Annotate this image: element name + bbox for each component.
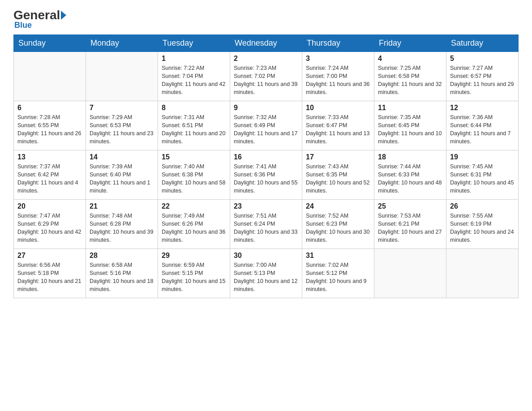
day-number: 25 bbox=[378, 202, 442, 210]
day-info: Sunrise: 7:00 AMSunset: 5:13 PMDaylight:… bbox=[234, 261, 298, 294]
day-info: Sunrise: 7:41 AMSunset: 6:36 PMDaylight:… bbox=[234, 163, 298, 195]
calendar-header-thursday: Thursday bbox=[302, 35, 374, 52]
calendar-cell: 11Sunrise: 7:35 AMSunset: 6:45 PMDayligh… bbox=[374, 101, 446, 150]
day-info: Sunrise: 7:40 AMSunset: 6:38 PMDaylight:… bbox=[162, 163, 226, 195]
day-number: 1 bbox=[162, 55, 226, 63]
day-info: Sunrise: 7:44 AMSunset: 6:33 PMDaylight:… bbox=[378, 163, 442, 195]
calendar-cell: 22Sunrise: 7:49 AMSunset: 6:26 PMDayligh… bbox=[158, 200, 230, 249]
logo: General Blue bbox=[13, 9, 67, 30]
day-number: 28 bbox=[90, 252, 154, 260]
calendar-cell: 23Sunrise: 7:51 AMSunset: 6:24 PMDayligh… bbox=[230, 200, 302, 249]
calendar-cell: 10Sunrise: 7:33 AMSunset: 6:47 PMDayligh… bbox=[302, 101, 374, 150]
calendar-header-row: SundayMondayTuesdayWednesdayThursdayFrid… bbox=[14, 35, 519, 52]
calendar-cell: 5Sunrise: 7:27 AMSunset: 6:57 PMDaylight… bbox=[446, 52, 519, 101]
calendar-header-wednesday: Wednesday bbox=[230, 35, 302, 52]
day-number: 9 bbox=[234, 104, 298, 112]
day-number: 19 bbox=[450, 153, 515, 161]
day-info: Sunrise: 7:55 AMSunset: 6:19 PMDaylight:… bbox=[450, 212, 515, 244]
calendar-week-4: 20Sunrise: 7:47 AMSunset: 6:29 PMDayligh… bbox=[14, 200, 519, 249]
day-number: 27 bbox=[17, 252, 82, 260]
day-info: Sunrise: 7:47 AMSunset: 6:29 PMDaylight:… bbox=[17, 212, 82, 244]
calendar-cell: 24Sunrise: 7:52 AMSunset: 6:23 PMDayligh… bbox=[302, 200, 374, 249]
day-info: Sunrise: 7:25 AMSunset: 6:58 PMDaylight:… bbox=[378, 64, 442, 97]
calendar-header-saturday: Saturday bbox=[446, 35, 519, 52]
calendar-cell: 18Sunrise: 7:44 AMSunset: 6:33 PMDayligh… bbox=[374, 150, 446, 200]
calendar-cell: 25Sunrise: 7:53 AMSunset: 6:21 PMDayligh… bbox=[374, 200, 446, 249]
day-number: 21 bbox=[90, 202, 154, 210]
day-info: Sunrise: 7:02 AMSunset: 5:12 PMDaylight:… bbox=[306, 261, 370, 294]
calendar-cell: 12Sunrise: 7:36 AMSunset: 6:44 PMDayligh… bbox=[446, 101, 519, 150]
day-number: 13 bbox=[17, 153, 82, 161]
day-number: 10 bbox=[306, 104, 370, 112]
day-number: 14 bbox=[90, 153, 154, 161]
day-info: Sunrise: 7:28 AMSunset: 6:55 PMDaylight:… bbox=[17, 113, 82, 146]
day-number: 7 bbox=[90, 104, 154, 112]
calendar-cell: 20Sunrise: 7:47 AMSunset: 6:29 PMDayligh… bbox=[14, 200, 86, 249]
calendar-cell: 6Sunrise: 7:28 AMSunset: 6:55 PMDaylight… bbox=[14, 101, 86, 150]
day-info: Sunrise: 6:58 AMSunset: 5:16 PMDaylight:… bbox=[90, 261, 154, 294]
calendar-cell: 3Sunrise: 7:24 AMSunset: 7:00 PMDaylight… bbox=[302, 52, 374, 101]
day-info: Sunrise: 7:37 AMSunset: 6:42 PMDaylight:… bbox=[17, 163, 82, 195]
day-info: Sunrise: 7:53 AMSunset: 6:21 PMDaylight:… bbox=[378, 212, 442, 244]
day-number: 22 bbox=[162, 202, 226, 210]
day-info: Sunrise: 7:22 AMSunset: 7:04 PMDaylight:… bbox=[162, 64, 226, 97]
calendar-cell: 4Sunrise: 7:25 AMSunset: 6:58 PMDaylight… bbox=[374, 52, 446, 101]
day-number: 4 bbox=[378, 55, 442, 63]
calendar-cell: 21Sunrise: 7:48 AMSunset: 6:28 PMDayligh… bbox=[86, 200, 158, 249]
calendar-cell: 27Sunrise: 6:56 AMSunset: 5:18 PMDayligh… bbox=[14, 249, 86, 298]
day-number: 31 bbox=[306, 252, 370, 260]
day-info: Sunrise: 7:43 AMSunset: 6:35 PMDaylight:… bbox=[306, 163, 370, 195]
day-number: 5 bbox=[450, 55, 515, 63]
calendar-cell: 19Sunrise: 7:45 AMSunset: 6:31 PMDayligh… bbox=[446, 150, 519, 200]
day-info: Sunrise: 7:45 AMSunset: 6:31 PMDaylight:… bbox=[450, 163, 515, 195]
day-info: Sunrise: 7:29 AMSunset: 6:53 PMDaylight:… bbox=[90, 113, 154, 146]
day-number: 24 bbox=[306, 202, 370, 210]
day-info: Sunrise: 7:51 AMSunset: 6:24 PMDaylight:… bbox=[234, 212, 298, 244]
calendar-cell bbox=[14, 52, 86, 101]
day-number: 26 bbox=[450, 202, 515, 210]
calendar-cell bbox=[374, 249, 446, 298]
day-info: Sunrise: 7:27 AMSunset: 6:57 PMDaylight:… bbox=[450, 64, 515, 97]
day-number: 8 bbox=[162, 104, 226, 112]
logo-arrow-icon bbox=[61, 11, 66, 20]
day-number: 2 bbox=[234, 55, 298, 63]
calendar-cell: 9Sunrise: 7:32 AMSunset: 6:49 PMDaylight… bbox=[230, 101, 302, 150]
day-info: Sunrise: 7:23 AMSunset: 7:02 PMDaylight:… bbox=[234, 64, 298, 97]
calendar-cell: 2Sunrise: 7:23 AMSunset: 7:02 PMDaylight… bbox=[230, 52, 302, 101]
day-info: Sunrise: 7:24 AMSunset: 7:00 PMDaylight:… bbox=[306, 64, 370, 97]
calendar-week-2: 6Sunrise: 7:28 AMSunset: 6:55 PMDaylight… bbox=[14, 101, 519, 150]
calendar-header-sunday: Sunday bbox=[14, 35, 86, 52]
calendar-week-5: 27Sunrise: 6:56 AMSunset: 5:18 PMDayligh… bbox=[14, 249, 519, 298]
day-number: 12 bbox=[450, 104, 515, 112]
day-number: 17 bbox=[306, 153, 370, 161]
calendar-cell: 26Sunrise: 7:55 AMSunset: 6:19 PMDayligh… bbox=[446, 200, 519, 249]
day-info: Sunrise: 7:39 AMSunset: 6:40 PMDaylight:… bbox=[90, 163, 154, 195]
day-number: 6 bbox=[17, 104, 82, 112]
logo-blue-text: Blue bbox=[14, 21, 32, 30]
calendar-cell: 1Sunrise: 7:22 AMSunset: 7:04 PMDaylight… bbox=[158, 52, 230, 101]
day-info: Sunrise: 7:35 AMSunset: 6:45 PMDaylight:… bbox=[378, 113, 442, 146]
day-number: 30 bbox=[234, 252, 298, 260]
calendar-cell: 15Sunrise: 7:40 AMSunset: 6:38 PMDayligh… bbox=[158, 150, 230, 200]
day-info: Sunrise: 7:49 AMSunset: 6:26 PMDaylight:… bbox=[162, 212, 226, 244]
day-info: Sunrise: 7:32 AMSunset: 6:49 PMDaylight:… bbox=[234, 113, 298, 146]
calendar-cell: 13Sunrise: 7:37 AMSunset: 6:42 PMDayligh… bbox=[14, 150, 86, 200]
day-number: 16 bbox=[234, 153, 298, 161]
day-info: Sunrise: 7:52 AMSunset: 6:23 PMDaylight:… bbox=[306, 212, 370, 244]
calendar-cell bbox=[446, 249, 519, 298]
day-number: 29 bbox=[162, 252, 226, 260]
calendar-cell: 17Sunrise: 7:43 AMSunset: 6:35 PMDayligh… bbox=[302, 150, 374, 200]
calendar-week-1: 1Sunrise: 7:22 AMSunset: 7:04 PMDaylight… bbox=[14, 52, 519, 101]
calendar-header-tuesday: Tuesday bbox=[158, 35, 230, 52]
day-info: Sunrise: 7:33 AMSunset: 6:47 PMDaylight:… bbox=[306, 113, 370, 146]
calendar-cell bbox=[86, 52, 158, 101]
calendar-week-3: 13Sunrise: 7:37 AMSunset: 6:42 PMDayligh… bbox=[14, 150, 519, 200]
calendar-cell: 8Sunrise: 7:31 AMSunset: 6:51 PMDaylight… bbox=[158, 101, 230, 150]
day-info: Sunrise: 6:56 AMSunset: 5:18 PMDaylight:… bbox=[17, 261, 82, 294]
day-info: Sunrise: 7:31 AMSunset: 6:51 PMDaylight:… bbox=[162, 113, 226, 146]
day-number: 23 bbox=[234, 202, 298, 210]
day-number: 18 bbox=[378, 153, 442, 161]
day-info: Sunrise: 7:36 AMSunset: 6:44 PMDaylight:… bbox=[450, 113, 515, 146]
calendar-header-friday: Friday bbox=[374, 35, 446, 52]
calendar-cell: 28Sunrise: 6:58 AMSunset: 5:16 PMDayligh… bbox=[86, 249, 158, 298]
